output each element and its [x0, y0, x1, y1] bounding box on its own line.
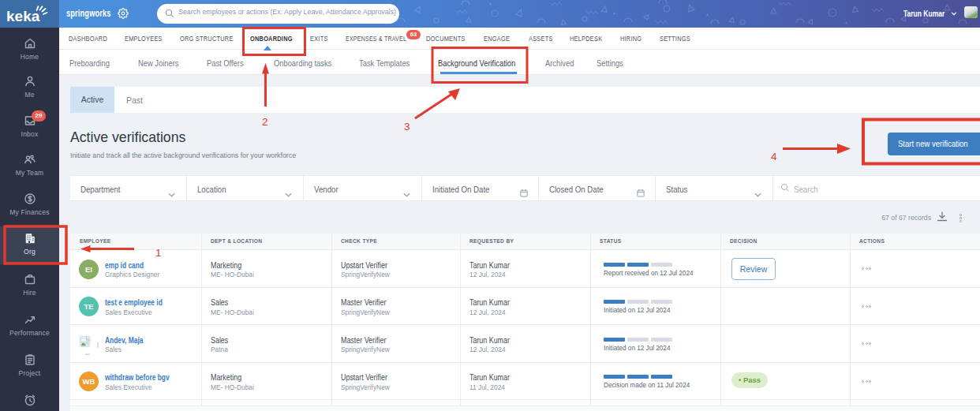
svg-text:2: 2 [262, 116, 268, 128]
svg-text:4: 4 [771, 151, 777, 163]
svg-text:keka: keka [6, 8, 40, 24]
svg-text:3: 3 [404, 121, 410, 133]
